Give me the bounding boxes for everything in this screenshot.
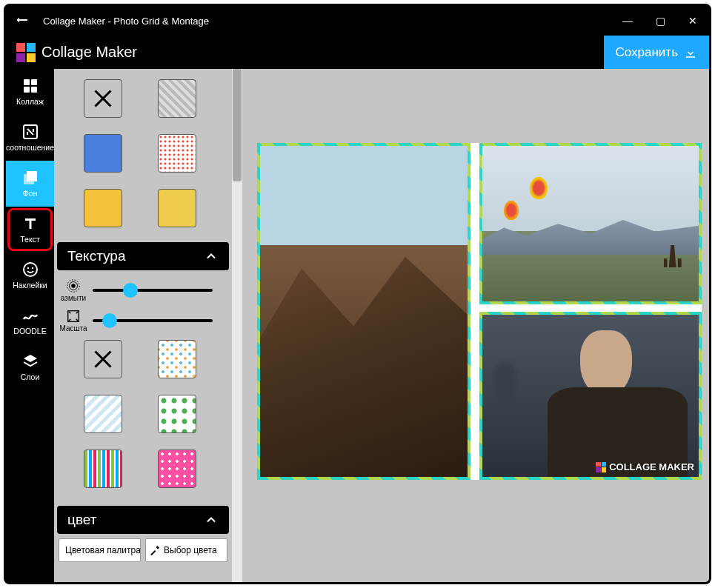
color-picker-button[interactable]: Выбор цвета bbox=[145, 538, 227, 562]
section-color[interactable]: цвет bbox=[57, 506, 229, 534]
swatch-confetti[interactable] bbox=[158, 340, 196, 378]
watermark-icon bbox=[596, 462, 606, 472]
logo-icon bbox=[16, 43, 36, 62]
chevron-up-icon bbox=[204, 512, 219, 527]
button-label: Цветовая палитра bbox=[65, 545, 141, 555]
close-button[interactable]: ✕ bbox=[676, 15, 709, 27]
nav-text[interactable]: Текст bbox=[7, 208, 53, 251]
nav-label: DOODLE bbox=[13, 327, 46, 336]
options-panel: Текстура азмыти bbox=[54, 69, 242, 582]
swatch-pink-dots[interactable] bbox=[158, 450, 196, 488]
color-buttons: Цветовая палитра Выбор цвета bbox=[54, 534, 232, 567]
nav-label: Текст bbox=[20, 235, 39, 244]
doodle-icon bbox=[21, 307, 39, 324]
text-icon bbox=[21, 215, 39, 233]
app-body: Коллаж соотношение Фон Текст Наклейки DO… bbox=[6, 69, 709, 582]
panel-scrollbar[interactable] bbox=[232, 69, 242, 582]
swatch-yellow-b[interactable] bbox=[158, 189, 196, 227]
nav-label: Слои bbox=[21, 373, 40, 382]
nav-label: Коллаж bbox=[16, 98, 44, 107]
nav-doodle[interactable]: DOODLE bbox=[6, 298, 54, 344]
swatch-grey-knit[interactable] bbox=[158, 79, 196, 118]
scale-track[interactable] bbox=[93, 319, 213, 322]
minimize-button[interactable]: — bbox=[611, 15, 644, 27]
blur-thumb[interactable] bbox=[123, 283, 138, 298]
nav-layers[interactable]: Слои bbox=[6, 344, 54, 390]
button-label: Выбор цвета bbox=[164, 545, 217, 555]
nav-background[interactable]: Фон bbox=[6, 161, 54, 207]
nav-stickers[interactable]: Наклейки bbox=[6, 253, 54, 298]
swatch-none[interactable] bbox=[84, 79, 122, 118]
scrollbar-thumb[interactable] bbox=[233, 69, 242, 181]
blur-track[interactable] bbox=[93, 289, 213, 292]
swatch-yellow-a[interactable] bbox=[84, 189, 122, 227]
swatch-stripes[interactable] bbox=[84, 450, 122, 488]
photo-city-balloons bbox=[482, 146, 699, 301]
nav-ratio[interactable]: соотношение bbox=[6, 115, 54, 161]
app-logo: Collage Maker bbox=[6, 43, 137, 62]
svg-point-9 bbox=[31, 267, 33, 269]
svg-point-10 bbox=[71, 284, 76, 288]
swatch-grid-top bbox=[54, 69, 232, 242]
watermark: COLLAGE MAKER bbox=[596, 461, 694, 472]
scale-icon: Масшта bbox=[59, 308, 88, 333]
photo-mountain bbox=[260, 146, 468, 477]
photo-man-jacket bbox=[482, 315, 699, 478]
swatch-none[interactable] bbox=[84, 340, 122, 378]
svg-point-8 bbox=[27, 267, 28, 269]
nav-label: Фон bbox=[23, 190, 38, 198]
slider-scale: Масшта bbox=[54, 305, 232, 335]
canvas-area[interactable]: COLLAGE MAKER bbox=[242, 69, 709, 582]
layers-icon bbox=[21, 353, 39, 370]
svg-rect-6 bbox=[24, 174, 34, 184]
nav-collage[interactable]: Коллаж bbox=[6, 69, 54, 115]
swatch-green-flower[interactable] bbox=[158, 395, 196, 433]
grid-icon bbox=[21, 77, 39, 95]
titlebar: 🠔 Collage Maker - Photo Grid & Montage —… bbox=[6, 6, 709, 36]
save-button[interactable]: Сохранить bbox=[604, 36, 709, 69]
swatch-zigzag[interactable] bbox=[84, 395, 122, 433]
back-button[interactable]: 🠔 bbox=[6, 14, 39, 27]
svg-rect-0 bbox=[24, 79, 30, 85]
swatch-blue[interactable] bbox=[84, 134, 122, 173]
section-label: Текстура bbox=[67, 248, 125, 264]
chevron-up-icon bbox=[204, 249, 219, 264]
window-title: Collage Maker - Photo Grid & Montage bbox=[39, 16, 611, 27]
svg-rect-3 bbox=[31, 87, 37, 93]
swatch-grid-texture bbox=[54, 335, 232, 503]
background-icon bbox=[21, 169, 39, 187]
nav-label: Наклейки bbox=[13, 281, 47, 290]
collage-cell-bottom-right[interactable]: COLLAGE MAKER bbox=[479, 312, 702, 481]
collage-preview[interactable]: COLLAGE MAKER bbox=[257, 143, 702, 480]
ratio-icon bbox=[21, 123, 39, 141]
eyedropper-icon bbox=[149, 544, 161, 556]
swatch-red-dots[interactable] bbox=[158, 134, 196, 173]
maximize-button[interactable]: ▢ bbox=[644, 15, 676, 27]
section-texture[interactable]: Текстура bbox=[57, 242, 229, 270]
svg-point-7 bbox=[24, 263, 37, 276]
smile-icon bbox=[21, 261, 39, 278]
scale-thumb[interactable] bbox=[102, 313, 117, 328]
nav-label: соотношение bbox=[6, 144, 54, 153]
color-palette-button[interactable]: Цветовая палитра bbox=[59, 538, 141, 562]
download-icon bbox=[684, 46, 697, 59]
slider-blur: азмыти bbox=[54, 275, 232, 305]
svg-rect-2 bbox=[24, 87, 30, 93]
blur-icon: азмыти bbox=[59, 278, 88, 302]
app-name: Collage Maker bbox=[41, 44, 137, 61]
app-window: 🠔 Collage Maker - Photo Grid & Montage —… bbox=[4, 4, 711, 584]
watermark-text: COLLAGE MAKER bbox=[609, 461, 694, 472]
svg-rect-1 bbox=[31, 79, 37, 85]
collage-cell-left[interactable] bbox=[257, 143, 470, 480]
slider-group: азмыти Масшта bbox=[54, 270, 232, 335]
collage-cell-top-right[interactable] bbox=[479, 143, 702, 304]
topbar: Collage Maker Сохранить bbox=[6, 36, 709, 69]
side-nav: Коллаж соотношение Фон Текст Наклейки DO… bbox=[6, 69, 54, 582]
save-label: Сохранить bbox=[616, 45, 678, 60]
section-label: цвет bbox=[67, 512, 96, 528]
